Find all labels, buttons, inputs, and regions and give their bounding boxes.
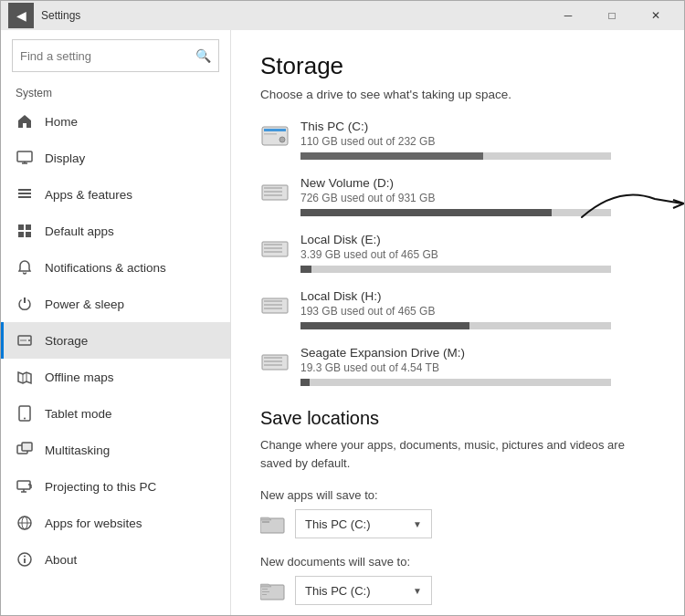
drive-item-e[interactable]: Local Disk (E:) 3.39 GB used out of 465 …	[260, 233, 655, 273]
progress-bg-m	[300, 379, 611, 386]
display-icon	[16, 149, 34, 167]
drive-item-m[interactable]: Seagate Expansion Drive (M:) 19.3 GB use…	[260, 346, 655, 386]
minimize-button[interactable]: ─	[547, 1, 589, 30]
drive-name-m: Seagate Expansion Drive (M:)	[300, 346, 655, 360]
drive-icon-h	[260, 291, 290, 320]
display-label: Display	[45, 151, 85, 165]
svg-rect-1	[18, 189, 31, 191]
new-docs-dropdown-arrow: ▼	[413, 586, 422, 596]
sidebar-item-apps-websites[interactable]: Apps for websites	[1, 505, 230, 541]
sidebar-item-display[interactable]: Display	[1, 140, 230, 176]
titlebar-title: Settings	[41, 9, 80, 22]
drive-info-c: This PC (C:) 110 GB used out of 232 GB	[300, 120, 655, 160]
close-button[interactable]: ✕	[635, 1, 677, 30]
notifications-label: Notifications & actions	[45, 261, 166, 275]
tablet-mode-icon	[16, 404, 34, 423]
drive-item-d[interactable]: New Volume (D:) 726 GB used out of 931 G…	[260, 176, 655, 216]
drive-name-c: This PC (C:)	[300, 120, 655, 133]
svg-rect-41	[262, 521, 269, 523]
svg-rect-10	[20, 339, 26, 341]
sidebar-item-storage[interactable]: Storage	[1, 322, 230, 359]
drive-icon-m	[260, 348, 290, 377]
maximize-button[interactable]: □	[591, 1, 633, 30]
svg-rect-37	[264, 357, 282, 359]
drive-usage-c: 110 GB used out of 232 GB	[300, 135, 655, 148]
search-input[interactable]	[20, 49, 195, 63]
svg-point-22	[279, 137, 285, 142]
new-apps-label: New apps will save to:	[260, 488, 655, 502]
progress-fill-c	[300, 152, 483, 160]
drive-info-e: Local Disk (E:) 3.39 GB used out of 465 …	[300, 233, 655, 273]
sidebar-item-apps[interactable]: Apps & features	[1, 176, 230, 213]
progress-bg-e	[300, 266, 611, 273]
svg-rect-7	[26, 232, 31, 237]
progress-fill-d	[300, 209, 552, 216]
svg-rect-27	[264, 194, 282, 196]
sidebar-item-multitasking[interactable]: Multitasking	[1, 432, 230, 468]
default-apps-label: Default apps	[45, 224, 114, 238]
svg-rect-34	[264, 304, 282, 306]
svg-rect-3	[18, 196, 31, 198]
sidebar-item-about[interactable]: About	[1, 541, 230, 578]
drive-info-h: Local Disk (H:) 193 GB used out of 465 G…	[300, 289, 655, 329]
sidebar-item-default-apps[interactable]: Default apps	[1, 213, 230, 249]
svg-rect-23	[264, 133, 277, 135]
new-docs-dropdown[interactable]: This PC (C:) ▼	[295, 576, 432, 605]
search-box[interactable]: 🔍	[12, 39, 219, 72]
projecting-label: Projecting to this PC	[45, 480, 156, 494]
drive-usage-e: 3.39 GB used out of 465 GB	[300, 248, 655, 261]
sidebar-item-offline-maps[interactable]: Offline maps	[1, 359, 230, 395]
sidebar-item-power[interactable]: Power & sleep	[1, 286, 230, 322]
titlebar-controls: ─ □ ✕	[547, 1, 677, 30]
svg-rect-4	[18, 224, 24, 230]
sidebar-item-notifications[interactable]: Notifications & actions	[1, 249, 230, 286]
svg-rect-33	[264, 300, 282, 302]
svg-rect-6	[18, 232, 24, 237]
progress-fill-h	[300, 322, 469, 329]
sidebar-item-home[interactable]: Home	[1, 103, 230, 140]
svg-rect-25	[264, 187, 282, 189]
svg-rect-39	[264, 364, 282, 366]
drive-icon-e	[260, 235, 290, 264]
svg-rect-2	[18, 193, 31, 194]
svg-rect-43	[262, 589, 268, 590]
drive-icon-c	[260, 121, 290, 151]
save-locations-title: Save locations	[260, 408, 655, 429]
new-docs-control: This PC (C:) ▼	[260, 576, 655, 605]
new-apps-control: This PC (C:) ▼	[260, 509, 655, 538]
drive-usage-m: 19.3 GB used out of 4.54 TB	[300, 361, 655, 374]
svg-rect-21	[264, 129, 286, 131]
back-button[interactable]: ◀	[8, 3, 34, 28]
new-apps-dropdown[interactable]: This PC (C:) ▼	[295, 509, 432, 538]
page-subtitle: Choose a drive to see what's taking up s…	[260, 88, 655, 101]
svg-point-9	[28, 339, 30, 341]
svg-rect-5	[26, 224, 31, 230]
power-label: Power & sleep	[45, 298, 124, 311]
multitasking-label: Multitasking	[45, 444, 110, 457]
new-apps-dropdown-value: This PC (C:)	[305, 517, 371, 531]
power-icon	[16, 295, 34, 313]
new-apps-dropdown-arrow: ▼	[413, 519, 422, 529]
svg-rect-38	[264, 360, 282, 362]
system-section-label: System	[1, 81, 230, 103]
page-title: Storage	[260, 52, 655, 80]
about-icon	[16, 550, 34, 569]
svg-point-19	[24, 556, 26, 558]
drive-item-h[interactable]: Local Disk (H:) 193 GB used out of 465 G…	[260, 289, 655, 329]
sidebar-item-tablet-mode[interactable]: Tablet mode	[1, 395, 230, 432]
apps-icon	[16, 185, 34, 204]
search-icon: 🔍	[195, 48, 211, 63]
progress-bg-d	[300, 209, 611, 216]
progress-fill-e	[300, 266, 311, 273]
progress-bg-c	[300, 152, 611, 160]
offline-maps-icon	[16, 368, 34, 386]
home-icon	[16, 112, 34, 131]
drive-info-m: Seagate Expansion Drive (M:) 19.3 GB use…	[300, 346, 655, 386]
content-area: 🔍 System Home	[1, 30, 684, 615]
sidebar-item-projecting[interactable]: Projecting to this PC	[1, 468, 230, 505]
new-docs-folder-icon	[260, 580, 286, 600]
main-content: Storage Choose a drive to see what's tak…	[231, 30, 684, 615]
drive-item-c[interactable]: This PC (C:) 110 GB used out of 232 GB	[260, 120, 655, 160]
arrow-annotation	[582, 176, 682, 235]
default-apps-icon	[16, 222, 34, 240]
